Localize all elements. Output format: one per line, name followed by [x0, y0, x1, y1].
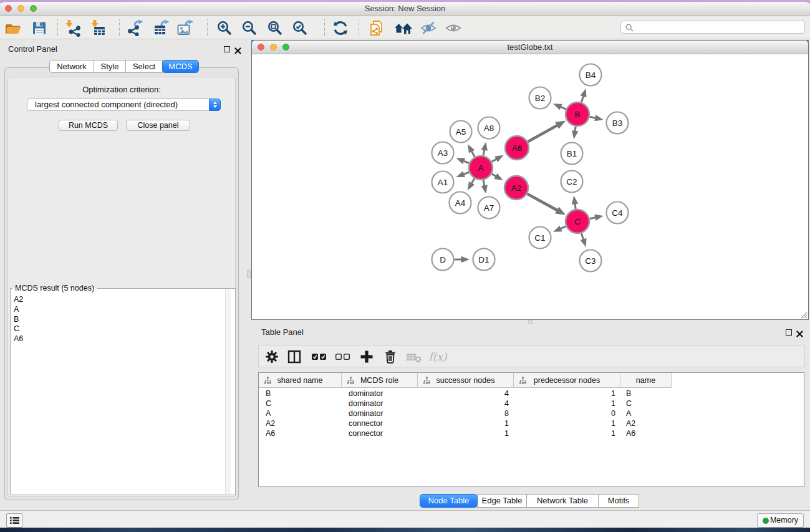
column-header[interactable]: predecessor nodes	[514, 373, 620, 388]
graph-node-label: A4	[455, 198, 466, 208]
table-cell[interactable]: A	[620, 409, 672, 418]
table-cell[interactable]: B	[620, 389, 672, 399]
table-cell[interactable]: A2	[259, 418, 342, 428]
table-cell[interactable]: dominator	[342, 409, 418, 418]
graph-node-label: B1	[567, 149, 577, 158]
show-all-networks-icon[interactable]	[394, 19, 413, 37]
delete-table-icon[interactable]	[404, 347, 424, 367]
minimize-view-button[interactable]	[270, 44, 277, 51]
table-cell[interactable]: 1	[514, 418, 620, 428]
table-cell[interactable]: A6	[620, 428, 672, 438]
table-tabs: Node Table Edge Table Network Table Moti…	[420, 494, 639, 508]
graph-edge-A2-C[interactable]	[528, 194, 558, 211]
toolbar-separator	[207, 19, 208, 36]
table-cell[interactable]: A6	[259, 428, 342, 438]
table-cell[interactable]: 0	[514, 409, 620, 418]
zoom-view-button[interactable]	[282, 44, 289, 51]
zoom-fit-icon[interactable]	[266, 19, 284, 37]
task-history-button[interactable]	[6, 513, 22, 528]
search-input[interactable]	[620, 21, 805, 34]
list-item[interactable]: A6	[11, 334, 224, 344]
import-table-icon[interactable]	[89, 19, 108, 37]
table-row[interactable]: Cdominator41C	[259, 399, 672, 409]
vertical-splitter-handle[interactable]	[247, 270, 251, 278]
graph-arrowhead	[580, 238, 586, 247]
table-row[interactable]: Adominator80A	[259, 409, 672, 418]
table-cell[interactable]: 1	[418, 428, 514, 438]
tab-mcds[interactable]: MCDS	[162, 60, 199, 73]
run-mcds-button[interactable]: Run MCDS	[59, 120, 118, 131]
list-item[interactable]: A2	[11, 295, 224, 305]
tab-style[interactable]: Style	[94, 60, 126, 73]
table-cell[interactable]: C	[259, 399, 342, 409]
tab-motifs[interactable]: Motifs	[598, 494, 639, 508]
close-view-button[interactable]	[258, 44, 264, 51]
memory-button[interactable]: Memory	[757, 513, 804, 528]
table-cell[interactable]: C	[620, 399, 672, 409]
zoom-out-icon[interactable]	[240, 19, 259, 37]
table-cell[interactable]: B	[259, 389, 342, 399]
export-table-icon[interactable]	[152, 19, 171, 37]
table-cell[interactable]: dominator	[342, 389, 418, 399]
table-cell[interactable]: 1	[514, 389, 620, 399]
tab-select[interactable]: Select	[125, 60, 163, 73]
table-cell[interactable]: A	[259, 409, 342, 418]
graph-edge-A6-B[interactable]	[528, 125, 558, 142]
gear-icon[interactable]	[262, 347, 282, 367]
delete-column-icon[interactable]	[380, 347, 400, 367]
column-header[interactable]: shared name	[259, 373, 342, 388]
tab-node-table[interactable]: Node Table	[420, 494, 478, 508]
table-cell[interactable]: 1	[514, 428, 620, 438]
close-window-button[interactable]	[5, 5, 12, 12]
list-item[interactable]: A	[11, 305, 224, 315]
table-row[interactable]: Bdominator41B	[259, 389, 672, 399]
import-network-icon[interactable]	[64, 19, 82, 37]
tab-network-table[interactable]: Network Table	[526, 494, 599, 508]
zoom-window-button[interactable]	[30, 5, 37, 12]
table-cell[interactable]: connector	[342, 418, 418, 428]
table-cell[interactable]: 4	[418, 399, 514, 409]
deselect-all-icon[interactable]	[333, 347, 353, 367]
column-header[interactable]: successor nodes	[418, 373, 514, 388]
column-header[interactable]: MCDS role	[342, 373, 418, 388]
close-table-panel-icon[interactable]	[796, 329, 803, 340]
add-column-icon[interactable]	[357, 347, 377, 367]
export-network-icon[interactable]	[126, 19, 145, 37]
tab-edge-table[interactable]: Edge Table	[477, 494, 527, 508]
network-canvas[interactable]: B4B2BB3A8A5A6A3B1AC2A1A2A4A7C4CC1DD1C3	[252, 54, 808, 319]
table-cell[interactable]: 1	[418, 418, 514, 428]
horizontal-splitter-handle[interactable]	[528, 320, 533, 324]
columns-icon[interactable]	[284, 347, 304, 367]
list-item[interactable]: B	[11, 315, 224, 325]
float-table-panel-icon[interactable]	[786, 329, 792, 336]
float-panel-icon[interactable]	[224, 46, 230, 52]
eye-icon[interactable]	[444, 19, 463, 37]
table-row[interactable]: A2connector11A2	[259, 418, 672, 428]
close-panel-button[interactable]: Close panel	[126, 120, 190, 131]
export-image-icon[interactable]	[176, 19, 195, 37]
tab-network[interactable]: Network	[49, 60, 94, 73]
table-cell[interactable]: dominator	[342, 399, 418, 409]
mcds-result-list[interactable]: A2 A B C A6	[11, 295, 224, 344]
zoom-in-icon[interactable]	[215, 19, 234, 37]
optimization-criterion-select[interactable]: largest connected component (directed)	[27, 99, 221, 111]
list-item[interactable]: C	[11, 324, 224, 334]
column-header[interactable]: name	[620, 373, 672, 388]
table-cell[interactable]: 8	[418, 409, 514, 418]
table-cell[interactable]: 1	[514, 399, 620, 409]
table-cell[interactable]: connector	[342, 428, 418, 438]
eye-hidden-icon[interactable]	[419, 19, 438, 37]
duplicate-network-icon[interactable]	[367, 19, 386, 37]
resize-grip-icon[interactable]	[800, 311, 808, 319]
minimize-window-button[interactable]	[17, 5, 24, 12]
result-scrollbar[interactable]	[225, 289, 231, 494]
zoom-selected-icon[interactable]	[291, 19, 309, 37]
table-cell[interactable]: A2	[620, 418, 672, 428]
save-session-icon[interactable]	[30, 19, 49, 37]
open-session-icon[interactable]	[4, 19, 22, 37]
refresh-network-icon[interactable]	[331, 19, 350, 37]
table-cell[interactable]: 4	[418, 389, 514, 399]
close-panel-icon[interactable]	[234, 46, 241, 57]
select-all-icon[interactable]	[309, 347, 329, 367]
table-row[interactable]: A6connector11A6	[259, 428, 672, 438]
